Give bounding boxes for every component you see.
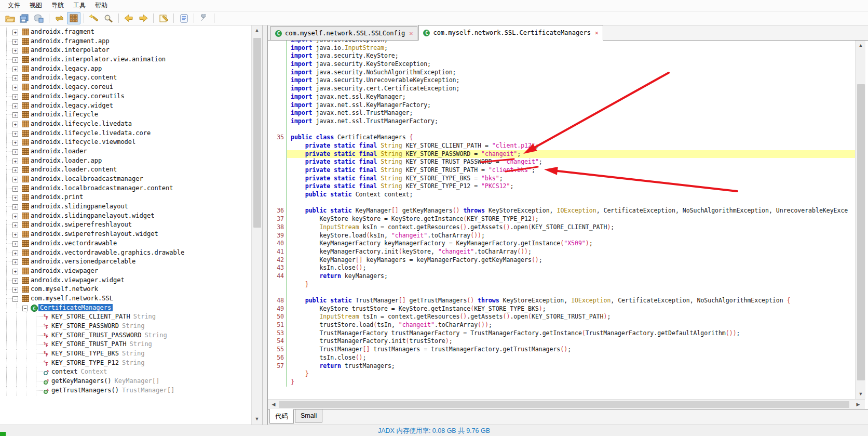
code-line[interactable]: 36 public static KeyManager[] getKeyMana… [268,207,865,215]
tree-scroll-down-button[interactable]: ▼ [252,415,262,423]
tree-item-label[interactable]: androidx.fragment.app [29,37,111,45]
reload-icon[interactable] [52,12,66,24]
code-line[interactable]: 39 keyStore.load(ksIn, "changeit".toChar… [268,232,865,240]
code-line[interactable]: import java.io.InputStream; [268,44,865,52]
export-project-icon[interactable] [32,12,46,24]
tree-scrollbar-thumb[interactable] [253,38,261,228]
tree-item-label[interactable]: androidx.vectordrawable.graphics.drawabl… [29,249,186,256]
expand-icon[interactable]: + [12,167,18,173]
code-line[interactable]: import javax.net.ssl.TrustManagerFactory… [268,117,865,126]
tree-member-key_store_client_path[interactable]: SFKEY_STORE_CLIENT_PATHString [0,312,251,322]
code-line[interactable]: 43 ksIn.close(); [268,264,865,272]
expand-icon[interactable]: + [12,131,18,137]
tree-member-key_store_trust_path[interactable]: SFKEY_STORE_TRUST_PATHString [0,340,251,349]
code-line[interactable]: import java.io.IOException; [268,41,865,44]
code-line[interactable]: private static final String KEY_STORE_CL… [268,142,865,150]
tree-item-label[interactable]: androidx.lifecycle [29,111,100,118]
tree-item-label[interactable]: getTrustManagers()TrustManager[] [50,387,176,394]
code-line[interactable]: 50 InputStream tsIn = context.getResourc… [268,313,865,321]
editor-scrollbar-thumb[interactable] [857,84,865,380]
tree-item-androidx.legacy.content[interactable]: +androidx.legacy.content [0,73,251,83]
tree-item-label[interactable]: androidx.swiperefreshlayout [29,221,133,228]
text-edit-icon[interactable] [157,12,170,24]
code-line[interactable]: 38 InputStream ksIn = context.getResourc… [268,223,865,232]
expand-icon[interactable]: + [12,48,18,54]
tree-item-androidx.legacy.widget[interactable]: +androidx.legacy.widget [0,101,251,111]
tree-item-label[interactable]: CertificateManagers [38,304,113,311]
tree-item-label[interactable]: androidx.loader.app [29,157,103,164]
expand-icon[interactable]: + [12,94,18,100]
tab-certificatemanagers[interactable]: Ccom.myself.network.SSL.CertificateManag… [418,25,603,41]
tree-item-androidx.versionedparcelable[interactable]: +androidx.versionedparcelable [0,257,251,267]
code-line[interactable]: import javax.net.ssl.KeyManagerFactory; [268,101,865,110]
tree-item-label[interactable]: androidx.lifecycle.livedata.core [29,129,152,137]
tree-item-label[interactable]: androidx.localbroadcastmanager [29,175,145,182]
tree-item-label[interactable]: getKeyManagers()KeyManager[] [50,377,161,385]
code-line[interactable]: import java.security.UnrecoverableKeyExc… [268,76,865,85]
code-line[interactable]: private static final String KEY_STORE_TY… [268,182,865,191]
panel-splitter[interactable] [263,25,267,425]
tree-member-key_store_type_bks[interactable]: SFKEY_STORE_TYPE_BKSString [0,349,251,359]
expand-icon[interactable]: + [12,75,18,81]
expand-icon[interactable]: + [12,250,18,256]
expand-icon[interactable]: + [12,222,18,228]
tree-item-androidx.slidingpanelayout[interactable]: +androidx.slidingpanelayout [0,202,251,212]
tree-item-label[interactable]: androidx.fragment [29,28,96,35]
tree-item-androidx.fragment[interactable]: +androidx.fragment [0,28,251,37]
tree-item-label[interactable]: androidx.interpolator [29,46,111,54]
tree-item-androidx.localbroadcastmanager.content[interactable]: +androidx.localbroadcastmanager.content [0,184,251,193]
tree-item-label[interactable]: androidx.legacy.widget [29,102,115,109]
tree-item-androidx.lifecycle.livedata[interactable]: +androidx.lifecycle.livedata [0,120,251,129]
code-line[interactable] [268,199,865,207]
save-all-icon[interactable] [18,12,31,24]
tree-item-label[interactable]: androidx.print [29,193,85,201]
tree-item-label[interactable]: androidx.slidingpanelayout.widget [29,212,156,219]
expand-icon[interactable]: + [12,158,18,164]
expand-icon[interactable]: + [12,103,18,109]
expand-icon[interactable]: + [12,287,18,293]
tree-item-label[interactable]: com.myself.network [29,285,100,293]
tab-sslconfig[interactable]: Ccom.myself.network.SSL.SSLConfig✕ [270,26,417,40]
tree-item-androidx.loader[interactable]: +androidx.loader [0,147,251,156]
deobfuscation-icon[interactable] [87,12,101,24]
tree-item-label[interactable]: KEY_STORE_TYPE_BKSString [50,350,146,357]
expand-icon[interactable]: + [12,85,18,90]
tree-item-androidx.legacy.coreui[interactable]: +androidx.legacy.coreui [0,83,251,92]
code-line[interactable]: } [268,281,865,289]
expand-icon[interactable]: + [12,39,18,45]
code-line[interactable]: 53 TrustManagerFactory trustManagerFacto… [268,329,865,338]
search-icon[interactable] [102,12,115,24]
expand-icon[interactable]: + [12,214,18,219]
tree-item-androidx.viewpager[interactable]: +androidx.viewpager [0,267,251,276]
code-line[interactable]: 44 return keyManagers; [268,272,865,281]
editor-scroll-down-button[interactable]: ▼ [856,390,865,398]
menu-view[interactable]: 视图 [25,0,47,11]
tree-item-label[interactable]: androidx.slidingpanelayout [29,203,130,210]
tab-label[interactable]: com.myself.network.SSL.SSLConfig [285,30,405,37]
tree-item-androidx.swiperefreshlayout[interactable]: +androidx.swiperefreshlayout [0,220,251,230]
tree-item-label[interactable]: androidx.viewpager.widget [29,276,126,284]
tree-item-label[interactable]: androidx.vectordrawable [29,240,118,247]
expand-icon[interactable]: + [12,241,18,247]
tree-item-androidx.slidingpanelayout.widget[interactable]: +androidx.slidingpanelayout.widget [0,212,251,221]
tab-label[interactable]: com.myself.network.SSL.CertificateManage… [433,29,590,36]
tree-item-label[interactable]: androidx.lifecycle.viewmodel [29,138,137,146]
nav-forward-icon[interactable] [137,12,150,24]
close-tab-icon[interactable]: ✕ [409,30,413,37]
code-line[interactable]: 49 KeyStore trustStore = KeyStore.getIns… [268,305,865,313]
editor-scroll-left-button[interactable]: ◀ [269,401,278,408]
tree-item-androidx.lifecycle.viewmodel[interactable]: +androidx.lifecycle.viewmodel [0,138,251,147]
tree-item-label[interactable]: com.myself.network.SSL [29,295,115,302]
tree-item-label[interactable]: androidx.legacy.content [29,74,118,81]
expand-icon[interactable]: + [12,186,18,192]
expand-icon[interactable]: + [12,122,18,127]
editor-vertical-scrollbar[interactable]: ▲ ▼ [855,41,865,399]
collapse-icon[interactable]: − [12,296,18,302]
expand-icon[interactable]: + [12,259,18,265]
code-line[interactable] [268,288,865,297]
expand-icon[interactable]: + [12,112,18,118]
expand-icon[interactable]: + [12,57,18,63]
menu-file[interactable]: 文件 [3,0,25,11]
editor-scroll-right-button[interactable]: ▶ [853,401,863,408]
tree-item-com.myself.network.ssl[interactable]: −com.myself.network.SSL [0,294,251,303]
